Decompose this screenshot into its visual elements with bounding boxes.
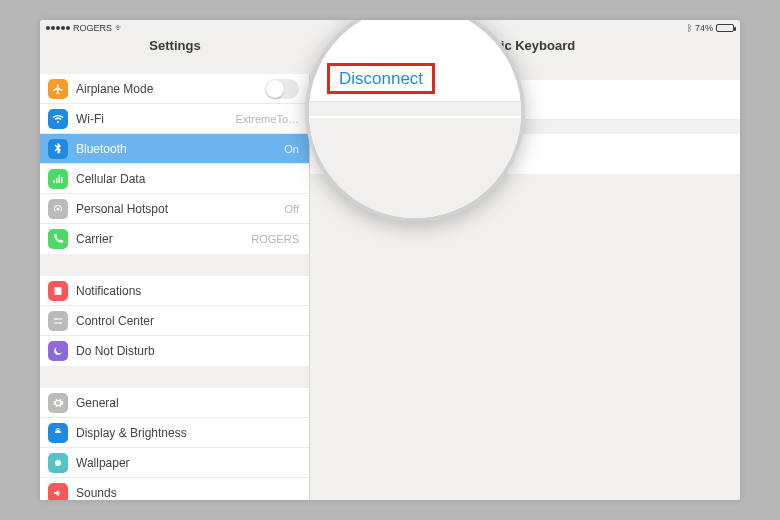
sidebar-item-value: ExtremeTo…: [235, 113, 299, 125]
sidebar-group: Airplane ModeWi-FiExtremeTo…BluetoothOnC…: [40, 74, 309, 254]
wifi-icon: ᯤ: [115, 23, 124, 33]
gear-icon: [48, 393, 68, 413]
sidebar-item-bluetooth[interactable]: BluetoothOn: [40, 134, 309, 164]
wallpaper-icon: [48, 453, 68, 473]
svg-rect-1: [55, 287, 62, 295]
notifications-icon: [48, 281, 68, 301]
sidebar-item-wifi[interactable]: Wi-FiExtremeTo…: [40, 104, 309, 134]
group-spacer: [309, 102, 521, 116]
settings-sidebar[interactable]: Airplane ModeWi-FiExtremeTo…BluetoothOnC…: [40, 74, 310, 500]
sidebar-group: NotificationsControl CenterDo Not Distur…: [40, 276, 309, 366]
settings-title: Settings: [40, 38, 310, 66]
airplane-toggle[interactable]: [265, 79, 299, 99]
battery-percent: 74%: [695, 23, 713, 33]
wifi-icon: [48, 109, 68, 129]
disconnect-button[interactable]: Disconnect: [309, 56, 521, 102]
sidebar-item-label: General: [76, 396, 299, 410]
moon-icon: [48, 341, 68, 361]
svg-point-2: [55, 318, 57, 320]
sidebar-item-controlcenter[interactable]: Control Center: [40, 306, 309, 336]
sidebar-item-label: Cellular Data: [76, 172, 299, 186]
svg-point-3: [59, 322, 61, 324]
control-center-icon: [48, 311, 68, 331]
sidebar-item-label: Sounds: [76, 486, 299, 500]
signal-icon: [46, 26, 70, 30]
sidebar-item-value: ROGERS: [251, 233, 299, 245]
sidebar-item-label: Airplane Mode: [76, 82, 265, 96]
sidebar-item-general[interactable]: General: [40, 388, 309, 418]
battery-icon: [716, 24, 734, 32]
sidebar-item-cellular[interactable]: Cellular Data: [40, 164, 309, 194]
sidebar-item-wallpaper[interactable]: Wallpaper: [40, 448, 309, 478]
airplane-icon: [48, 79, 68, 99]
bluetooth-icon: [48, 139, 68, 159]
sidebar-item-label: Notifications: [76, 284, 299, 298]
phone-icon: [48, 229, 68, 249]
sidebar-item-value: On: [284, 143, 299, 155]
ipad-frame: ROGERS ᯤ 7:43 PM ᛒ 74% Settings Magic Ke…: [40, 20, 740, 500]
sidebar-item-label: Bluetooth: [76, 142, 284, 156]
sidebar-item-sounds[interactable]: Sounds: [40, 478, 309, 500]
svg-point-4: [55, 460, 61, 466]
svg-point-0: [57, 207, 60, 210]
sidebar-item-label: Control Center: [76, 314, 299, 328]
sidebar-item-dnd[interactable]: Do Not Disturb: [40, 336, 309, 366]
sidebar-item-carrier[interactable]: CarrierROGERS: [40, 224, 309, 254]
carrier-label: ROGERS: [73, 23, 112, 33]
sidebar-item-airplane[interactable]: Airplane Mode: [40, 74, 309, 104]
hotspot-icon: [48, 199, 68, 219]
sidebar-item-display[interactable]: Display & Brightness: [40, 418, 309, 448]
bluetooth-status-icon: ᛒ: [687, 23, 692, 33]
sidebar-item-label: Wallpaper: [76, 456, 299, 470]
sounds-icon: [48, 483, 68, 500]
sidebar-item-notifications[interactable]: Notifications: [40, 276, 309, 306]
sidebar-item-label: Personal Hotspot: [76, 202, 285, 216]
sidebar-item-label: Wi-Fi: [76, 112, 235, 126]
sidebar-item-label: Do Not Disturb: [76, 344, 299, 358]
sidebar-item-label: Carrier: [76, 232, 251, 246]
sidebar-item-hotspot[interactable]: Personal HotspotOff: [40, 194, 309, 224]
brightness-icon: [48, 423, 68, 443]
cellular-icon: [48, 169, 68, 189]
sidebar-item-value: Off: [285, 203, 299, 215]
sidebar-item-label: Display & Brightness: [76, 426, 299, 440]
sidebar-group: GeneralDisplay & BrightnessWallpaperSoun…: [40, 388, 309, 500]
